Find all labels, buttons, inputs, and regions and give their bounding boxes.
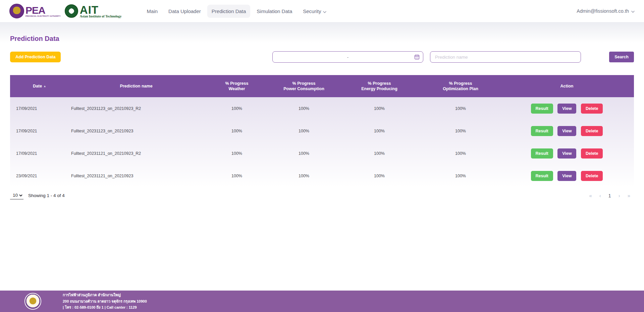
delete-button[interactable]: Delete bbox=[581, 126, 603, 136]
cell-date: 17/09/2021 bbox=[10, 120, 69, 142]
view-button[interactable]: View bbox=[557, 171, 576, 181]
cell-progress-energy: 100% bbox=[337, 142, 421, 165]
footer-line-3: | โทร : 02-589-0100 ถึง 1 | Call canter … bbox=[63, 304, 147, 311]
ait-logo-text: AIT bbox=[80, 4, 122, 15]
result-button[interactable]: Result bbox=[531, 171, 553, 181]
showing-count-text: Showing 1 - 4 of 4 bbox=[28, 193, 65, 198]
date-range-separator: - bbox=[347, 55, 348, 60]
cell-progress-optimization: 100% bbox=[421, 165, 500, 187]
cell-prediction-name: Fulltest_20231121_on_20210923_R2 bbox=[69, 142, 203, 165]
pagination-bar: 10 Showing 1 - 4 of 4 « ‹ 1 › » bbox=[10, 192, 634, 199]
column-header-action: Action bbox=[500, 75, 634, 97]
ait-logo-subtext: Asian Institute of Technology bbox=[80, 15, 122, 18]
cell-prediction-name: Fulltest_20231123_on_20210923_R2 bbox=[69, 97, 203, 120]
prediction-name-search-input[interactable] bbox=[430, 51, 581, 63]
footer-line-2: 200 ถนนงามวงศ์วาน ลาดยาว จตุจักร กรุงเทพ… bbox=[63, 298, 147, 305]
ait-logo: AIT Asian Institute of Technology bbox=[65, 4, 122, 18]
cell-date: 23/09/2021 bbox=[10, 165, 69, 187]
date-range-input[interactable]: - bbox=[272, 51, 423, 63]
cell-actions: Result View Delete bbox=[500, 165, 634, 187]
nav-item-security-label: Security bbox=[303, 8, 321, 14]
nav-item-main-label: Main bbox=[147, 8, 158, 14]
cell-progress-weather: 100% bbox=[203, 120, 270, 142]
cell-date: 17/09/2021 bbox=[10, 142, 69, 165]
column-header-progress-optimization-plan: % Progress Optimization Plan bbox=[421, 75, 500, 97]
cell-actions: Result View Delete bbox=[500, 120, 634, 142]
column-header-date[interactable]: Date▲ bbox=[10, 75, 69, 97]
pea-logo: PEA PROVINCIAL ELECTRICITY AUTHORITY bbox=[9, 4, 61, 18]
delete-button[interactable]: Delete bbox=[581, 171, 603, 181]
previous-page-button[interactable]: ‹ bbox=[596, 193, 605, 198]
pea-footer-emblem-icon bbox=[24, 293, 41, 310]
cell-progress-energy: 100% bbox=[337, 97, 421, 120]
logo-group: PEA PROVINCIAL ELECTRICITY AUTHORITY AIT… bbox=[9, 4, 122, 18]
pea-logo-text: PEA bbox=[25, 5, 61, 15]
cell-actions: Result View Delete bbox=[500, 142, 634, 165]
pea-logo-subtext: PROVINCIAL ELECTRICITY AUTHORITY bbox=[25, 15, 61, 17]
top-navbar: PEA PROVINCIAL ELECTRICITY AUTHORITY AIT… bbox=[0, 0, 644, 22]
page-footer: การไฟฟ้าส่วนภูมิภาค สำนักงานใหญ่ 200 ถนน… bbox=[0, 291, 644, 312]
cell-progress-power: 100% bbox=[270, 120, 337, 142]
table-row: 17/09/2021 Fulltest_20231121_on_20210923… bbox=[10, 142, 634, 165]
calendar-icon[interactable] bbox=[414, 54, 420, 61]
next-page-button[interactable]: › bbox=[615, 193, 624, 198]
result-button[interactable]: Result bbox=[531, 104, 553, 114]
page-title: Prediction Data bbox=[10, 22, 634, 43]
table-row: 23/09/2021 Fulltest_20231121_on_20210923… bbox=[10, 165, 634, 187]
current-page-number[interactable]: 1 bbox=[605, 193, 615, 198]
column-header-progress-energy-producing: % Progress Energy Producing bbox=[337, 75, 421, 97]
nav-item-security[interactable]: Security bbox=[299, 5, 331, 18]
cell-progress-optimization: 100% bbox=[421, 142, 500, 165]
column-header-date-label: Date bbox=[33, 84, 42, 88]
prediction-data-table: Date▲ Prediction name % Progress Weather… bbox=[10, 75, 634, 187]
cell-progress-optimization: 100% bbox=[421, 120, 500, 142]
nav-item-simulation-data[interactable]: Simulation Data bbox=[252, 5, 297, 18]
last-page-button[interactable]: » bbox=[624, 193, 634, 198]
sort-ascending-icon: ▲ bbox=[43, 84, 46, 88]
cell-actions: Result View Delete bbox=[500, 97, 634, 120]
cell-date: 17/09/2021 bbox=[10, 97, 69, 120]
delete-button[interactable]: Delete bbox=[581, 148, 603, 159]
delete-button[interactable]: Delete bbox=[581, 104, 603, 114]
table-header-row: Date▲ Prediction name % Progress Weather… bbox=[10, 75, 634, 97]
cell-prediction-name: Fulltest_20231121_on_20210923 bbox=[69, 165, 203, 187]
view-button[interactable]: View bbox=[557, 104, 576, 114]
ait-emblem-icon bbox=[65, 4, 78, 18]
result-button[interactable]: Result bbox=[531, 126, 553, 136]
page-size-select[interactable]: 10 bbox=[10, 192, 23, 199]
cell-progress-optimization: 100% bbox=[421, 97, 500, 120]
nav-item-simulation-data-label: Simulation Data bbox=[257, 8, 292, 14]
cell-progress-power: 100% bbox=[270, 142, 337, 165]
chevron-down-icon bbox=[323, 8, 326, 14]
result-button[interactable]: Result bbox=[531, 148, 553, 159]
footer-line-1: การไฟฟ้าส่วนภูมิภาค สำนักงานใหญ่ bbox=[63, 292, 147, 298]
cell-prediction-name: Fulltest_20231123_on_20210923 bbox=[69, 120, 203, 142]
cell-progress-weather: 100% bbox=[203, 142, 270, 165]
nav-item-prediction-data[interactable]: Prediction Data bbox=[207, 5, 251, 18]
search-button[interactable]: Search bbox=[609, 52, 634, 62]
chevron-down-icon bbox=[631, 8, 635, 14]
cell-progress-energy: 100% bbox=[337, 165, 421, 187]
main-nav: Main Data Uploader Prediction Data Simul… bbox=[143, 5, 331, 18]
column-header-progress-weather: % Progress Weather bbox=[203, 75, 270, 97]
first-page-button[interactable]: « bbox=[586, 193, 596, 198]
table-row: 17/09/2021 Fulltest_20231123_on_20210923… bbox=[10, 97, 634, 120]
pea-emblem-icon bbox=[9, 4, 24, 18]
user-account-menu[interactable]: Admin@fissionsoft.co.th bbox=[577, 8, 635, 14]
cell-progress-energy: 100% bbox=[337, 120, 421, 142]
view-button[interactable]: View bbox=[557, 126, 576, 136]
cell-progress-power: 100% bbox=[270, 165, 337, 187]
column-header-progress-power-consumption: % Progress Power Consumption bbox=[270, 75, 337, 97]
add-prediction-data-button[interactable]: Add Prediction Data bbox=[10, 52, 61, 62]
view-button[interactable]: View bbox=[557, 148, 576, 159]
column-header-prediction-name: Prediction name bbox=[69, 75, 203, 97]
cell-progress-power: 100% bbox=[270, 97, 337, 120]
nav-item-prediction-data-label: Prediction Data bbox=[212, 8, 246, 14]
main-content: Prediction Data Add Prediction Data - Se… bbox=[0, 22, 644, 291]
nav-item-main[interactable]: Main bbox=[143, 5, 162, 18]
footer-address: การไฟฟ้าส่วนภูมิภาค สำนักงานใหญ่ 200 ถนน… bbox=[63, 292, 147, 311]
cell-progress-weather: 100% bbox=[203, 97, 270, 120]
nav-item-data-uploader-label: Data Uploader bbox=[168, 8, 201, 14]
cell-progress-weather: 100% bbox=[203, 165, 270, 187]
nav-item-data-uploader[interactable]: Data Uploader bbox=[164, 5, 205, 18]
